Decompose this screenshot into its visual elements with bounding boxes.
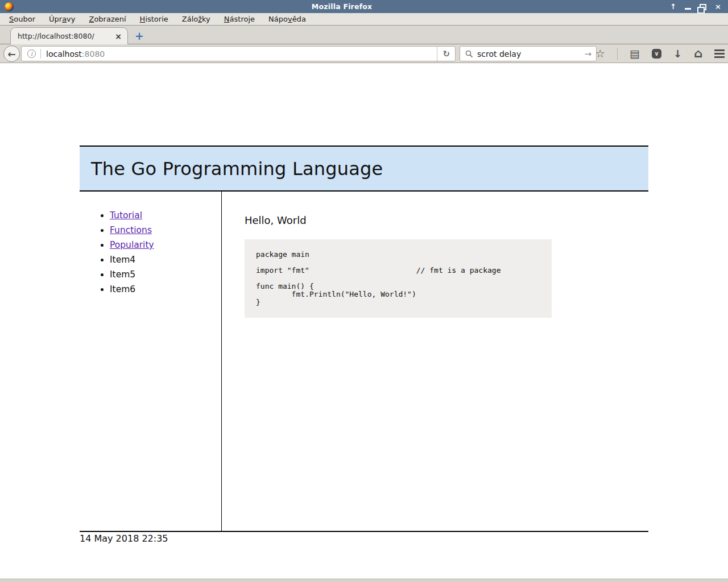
menu-item[interactable]: Historie: [133, 14, 175, 24]
window-controls: ↑ ×: [670, 3, 723, 10]
navigation-toolbar: ← i localhost :8080 ↻ scrot delay → ☆ ▤ …: [0, 44, 728, 63]
rollup-button[interactable]: ↑: [670, 3, 676, 10]
pocket-icon[interactable]: ∨: [652, 49, 661, 59]
bookmark-star-icon[interactable]: ☆: [595, 48, 605, 59]
sidebar: TutorialFunctionsPopularityItem4Item5Ite…: [80, 192, 222, 531]
window-title: Mozilla Firefox: [14, 2, 670, 11]
sidebar-text: Item4: [110, 255, 135, 265]
menu-item[interactable]: Soubor: [2, 14, 42, 24]
sidebar-link[interactable]: Tutorial: [110, 210, 142, 221]
tab-close-icon[interactable]: ×: [114, 32, 123, 41]
sidebar-link[interactable]: Functions: [110, 225, 152, 235]
menu-item[interactable]: Nápověda: [262, 14, 313, 24]
home-icon[interactable]: ⌂: [694, 48, 702, 60]
hamburger-menu-icon[interactable]: [714, 49, 725, 51]
menu-item[interactable]: Zobrazení: [82, 14, 133, 24]
reload-button[interactable]: ↻: [437, 47, 455, 61]
downloads-icon[interactable]: ↓: [673, 48, 682, 60]
window-bottom-border: [0, 579, 728, 582]
tab-title: http://localhost:8080/: [18, 32, 114, 40]
list-item: Popularity: [110, 238, 221, 252]
list-item: Tutorial: [110, 209, 221, 222]
page-viewport: The Go Programming Language TutorialFunc…: [0, 63, 728, 579]
urlbar-divider: [40, 49, 41, 59]
list-item: Item4: [110, 253, 221, 267]
maximize-button[interactable]: [700, 4, 706, 10]
search-icon: [465, 50, 473, 58]
content-heading: Hello, World: [245, 214, 648, 226]
search-submit-arrow-icon[interactable]: →: [584, 49, 596, 59]
new-tab-button[interactable]: +: [133, 30, 146, 42]
page-body: TutorialFunctionsPopularityItem4Item5Ite…: [80, 192, 648, 532]
menu-item[interactable]: Úpravy: [42, 14, 82, 24]
main-content: Hello, World package main import "fmt" /…: [222, 192, 648, 531]
minimize-button[interactable]: [685, 8, 691, 10]
sidebar-text: Item5: [110, 269, 135, 280]
list-item: Item6: [110, 282, 221, 296]
sidebar-text: Item6: [110, 284, 135, 294]
search-input[interactable]: scrot delay: [477, 49, 584, 59]
code-block: package main import "fmt" // fmt is a pa…: [245, 239, 552, 318]
toolbar-icons: ☆ ▤ ∨ ↓ ⌂: [595, 44, 725, 63]
sidebar-link[interactable]: Popularity: [110, 240, 154, 250]
url-bar[interactable]: i localhost :8080 ↻: [21, 46, 456, 61]
window-titlebar: Mozilla Firefox ↑ ×: [0, 0, 728, 13]
url-port-text: :8080: [82, 49, 105, 59]
list-item: Item5: [110, 268, 221, 281]
back-button[interactable]: ←: [3, 45, 20, 62]
firefox-logo-icon: [5, 2, 14, 11]
page-title: The Go Programming Language: [80, 158, 383, 180]
bookmarks-list-icon[interactable]: ▤: [630, 48, 640, 59]
list-item: Functions: [110, 223, 221, 237]
active-tab[interactable]: http://localhost:8080/ ×: [10, 27, 128, 44]
menu-item[interactable]: Záložky: [175, 14, 217, 24]
menu-bar: SouborÚpravyZobrazeníHistorieZáložkyNást…: [0, 13, 728, 26]
menu-item[interactable]: Nástroje: [217, 14, 262, 24]
url-host-text: localhost: [46, 49, 82, 59]
site-info-icon[interactable]: i: [27, 49, 36, 58]
search-bar[interactable]: scrot delay →: [460, 46, 597, 61]
footer-timestamp: 14 May 2018 22:35: [80, 533, 168, 544]
toolbar-divider: [617, 48, 618, 60]
tab-strip: http://localhost:8080/ × +: [0, 26, 728, 44]
reload-icon: ↻: [442, 49, 450, 59]
site-header: The Go Programming Language: [80, 146, 648, 192]
close-button[interactable]: ×: [715, 3, 721, 10]
